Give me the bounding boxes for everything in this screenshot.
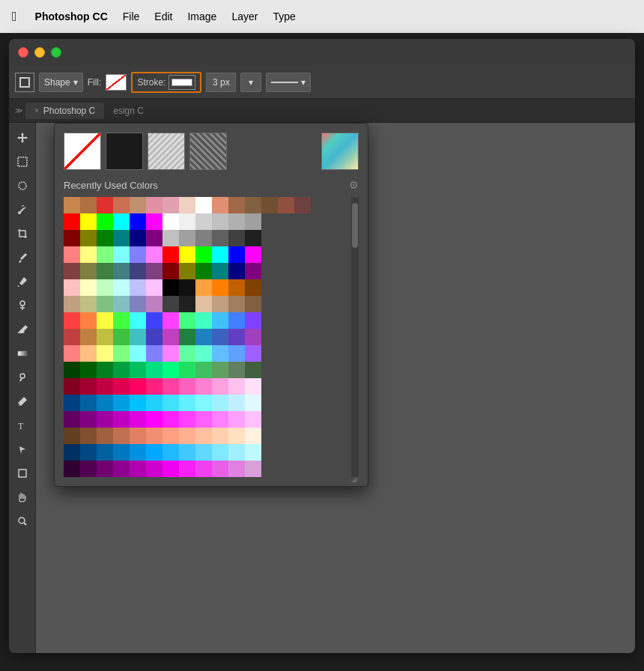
color-cell[interactable]	[130, 378, 146, 395]
color-cell[interactable]	[146, 411, 162, 428]
color-cell[interactable]	[97, 444, 113, 461]
color-cell[interactable]	[113, 461, 130, 477]
color-cell[interactable]	[195, 461, 212, 477]
color-cell[interactable]	[64, 411, 80, 428]
color-cell[interactable]	[245, 230, 261, 246]
pen-tool[interactable]	[12, 391, 33, 412]
color-cell[interactable]	[162, 329, 179, 345]
color-cell[interactable]	[64, 461, 80, 477]
color-cell[interactable]	[113, 444, 130, 461]
color-cell[interactable]	[179, 312, 195, 329]
color-cell[interactable]	[146, 197, 162, 213]
color-cell[interactable]	[130, 395, 146, 411]
color-cell[interactable]	[113, 230, 130, 246]
color-cell[interactable]	[130, 329, 146, 345]
magic-wand-tool[interactable]	[12, 199, 33, 220]
color-cell[interactable]	[179, 461, 195, 477]
color-cell[interactable]	[113, 312, 130, 329]
color-cell[interactable]	[64, 246, 80, 263]
color-cell[interactable]	[228, 362, 245, 378]
color-cell[interactable]	[113, 296, 130, 312]
shape-tool-icon[interactable]	[15, 73, 34, 92]
color-cell[interactable]	[113, 395, 130, 411]
color-cell[interactable]	[195, 395, 212, 411]
color-cell[interactable]	[228, 378, 245, 395]
move-tool[interactable]	[12, 127, 33, 148]
color-cell[interactable]	[195, 230, 212, 246]
color-cell[interactable]	[179, 444, 195, 461]
stroke-swatch[interactable]	[168, 75, 195, 90]
color-cell[interactable]	[162, 246, 179, 263]
color-cell[interactable]	[146, 428, 162, 444]
color-cell[interactable]	[80, 411, 97, 428]
color-cell[interactable]	[212, 213, 228, 230]
color-cell[interactable]	[162, 296, 179, 312]
brush-tool[interactable]	[12, 271, 33, 292]
color-cell[interactable]	[195, 444, 212, 461]
color-cell[interactable]	[64, 197, 80, 213]
color-cell[interactable]	[245, 263, 261, 279]
gradient-button[interactable]	[321, 133, 359, 170]
stroke-button[interactable]: Stroke:	[131, 72, 201, 93]
resize-handle-icon[interactable]: ◢	[351, 475, 357, 483]
color-cell[interactable]	[228, 444, 245, 461]
color-cell[interactable]	[80, 395, 97, 411]
color-cell[interactable]	[130, 263, 146, 279]
color-cell[interactable]	[146, 213, 162, 230]
color-cell[interactable]	[245, 345, 261, 362]
color-cell[interactable]	[146, 296, 162, 312]
color-cell[interactable]	[212, 428, 228, 444]
menu-layer[interactable]: Layer	[231, 10, 258, 22]
color-cell[interactable]	[245, 197, 261, 213]
color-cell[interactable]	[130, 411, 146, 428]
color-cell[interactable]	[179, 197, 195, 213]
color-cell[interactable]	[245, 329, 261, 345]
solid-white-button[interactable]	[148, 133, 185, 170]
color-cell[interactable]	[179, 263, 195, 279]
color-cell[interactable]	[245, 395, 261, 411]
color-cell[interactable]	[113, 329, 130, 345]
color-cell[interactable]	[113, 428, 130, 444]
color-cell[interactable]	[245, 362, 261, 378]
color-cell[interactable]	[228, 197, 245, 213]
solid-black-button[interactable]	[106, 133, 143, 170]
clone-stamp-tool[interactable]	[12, 295, 33, 316]
color-cell[interactable]	[162, 428, 179, 444]
color-cell[interactable]	[97, 362, 113, 378]
color-cell[interactable]	[130, 362, 146, 378]
color-cell[interactable]	[245, 428, 261, 444]
color-cell[interactable]	[162, 230, 179, 246]
color-cell[interactable]	[245, 246, 261, 263]
color-cell[interactable]	[146, 345, 162, 362]
color-cell[interactable]	[97, 213, 113, 230]
color-cell[interactable]	[80, 378, 97, 395]
color-cell[interactable]	[97, 279, 113, 296]
color-cell[interactable]	[179, 411, 195, 428]
color-cell[interactable]	[212, 279, 228, 296]
fill-swatch[interactable]	[106, 74, 127, 91]
color-cell[interactable]	[130, 279, 146, 296]
color-cell[interactable]	[80, 296, 97, 312]
color-cell[interactable]	[97, 197, 113, 213]
color-cell[interactable]	[212, 461, 228, 477]
color-cell[interactable]	[80, 279, 97, 296]
color-cell[interactable]	[97, 461, 113, 477]
path-select-tool[interactable]	[12, 439, 33, 460]
color-cell[interactable]	[195, 213, 212, 230]
color-cell[interactable]	[228, 395, 245, 411]
lasso-tool[interactable]	[12, 175, 33, 196]
color-cell[interactable]	[162, 345, 179, 362]
text-tool[interactable]: T	[12, 415, 33, 436]
color-cell[interactable]	[179, 246, 195, 263]
color-cell[interactable]	[212, 345, 228, 362]
color-cell[interactable]	[179, 296, 195, 312]
color-cell[interactable]	[245, 213, 261, 230]
color-cell[interactable]	[228, 263, 245, 279]
color-cell[interactable]	[162, 444, 179, 461]
color-cell[interactable]	[212, 296, 228, 312]
color-cell[interactable]	[212, 263, 228, 279]
color-cell[interactable]	[179, 329, 195, 345]
color-cell[interactable]	[113, 197, 130, 213]
color-cell[interactable]	[212, 411, 228, 428]
color-cell[interactable]	[130, 213, 146, 230]
